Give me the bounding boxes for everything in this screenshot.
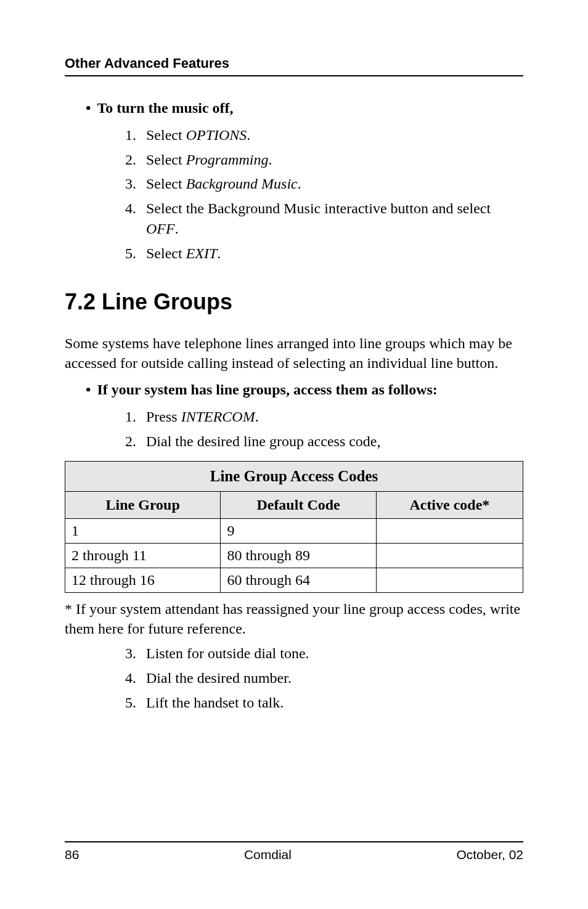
bullet-text: If your system has line groups, access t… [97, 381, 437, 398]
running-header: Other Advanced Features [65, 55, 523, 71]
col-header: Default Code [221, 491, 376, 518]
item-number: 1. [125, 407, 146, 428]
numbered-list-1: 1.Select OPTIONS. 2.Select Programming. … [125, 125, 523, 264]
intro-paragraph: Some systems have telephone lines arrang… [65, 333, 523, 373]
table-row: 2 through 11 80 through 89 [65, 543, 523, 568]
item-text: Dial the desired number. [146, 668, 523, 689]
header-rule [65, 75, 523, 76]
list-item: 5.Select EXIT. [125, 243, 523, 264]
table-row: 12 through 16 60 through 64 [65, 568, 523, 592]
footer-center: Comdial [244, 847, 292, 862]
table-title-row: Line Group Access Codes [65, 461, 523, 491]
item-text: Select Background Music. [146, 174, 523, 195]
page-number: 86 [65, 847, 79, 862]
cell: 12 through 16 [65, 568, 221, 592]
page-body: Other Advanced Features • To turn the mu… [0, 0, 588, 713]
item-number: 3. [125, 643, 146, 664]
list-item: 5.Lift the handset to talk. [125, 693, 523, 714]
item-number: 2. [125, 431, 146, 452]
numbered-list-2a: 1.Press INTERCOM. 2.Dial the desired lin… [125, 407, 523, 452]
item-text: Select the Background Music interactive … [146, 198, 523, 240]
item-number: 3. [125, 174, 146, 195]
bullet-block-1: • To turn the music off, 1.Select OPTION… [86, 100, 523, 264]
item-number: 4. [125, 198, 146, 240]
bullet-icon: • [86, 100, 91, 115]
list-item: 2.Select Programming. [125, 150, 523, 171]
list-item: 2.Dial the desired line group access cod… [125, 431, 523, 452]
item-number: 2. [125, 150, 146, 171]
col-header: Line Group [65, 491, 221, 518]
cell [376, 568, 523, 592]
item-text: Press INTERCOM. [146, 407, 523, 428]
numbered-list-2b: 3.Listen for outside dial tone. 4.Dial t… [125, 643, 523, 713]
bullet-icon: • [86, 382, 91, 397]
cell: 1 [65, 518, 221, 543]
item-text: Select EXIT. [146, 243, 523, 264]
bullet-text: To turn the music off, [97, 100, 233, 116]
cell [376, 518, 523, 543]
list-item: 3.Listen for outside dial tone. [125, 643, 523, 664]
bullet-block-2b: 3.Listen for outside dial tone. 4.Dial t… [86, 643, 523, 713]
item-text: Select Programming. [146, 150, 523, 171]
cell: 60 through 64 [221, 568, 376, 592]
item-text: Listen for outside dial tone. [146, 643, 523, 664]
list-item: 4.Dial the desired number. [125, 668, 523, 689]
bullet-heading-1: • To turn the music off, [86, 100, 523, 116]
page-footer: 86 Comdial October, 02 [65, 841, 523, 862]
item-number: 1. [125, 125, 146, 146]
list-item: 4.Select the Background Music interactiv… [125, 198, 523, 240]
cell: 9 [221, 518, 376, 543]
table-footnote: * If your system attendant has reassigne… [65, 599, 523, 639]
table-row: 1 9 [65, 518, 523, 543]
item-number: 5. [125, 243, 146, 264]
access-codes-table: Line Group Access Codes Line Group Defau… [65, 461, 523, 593]
bullet-heading-2: • If your system has line groups, access… [86, 381, 523, 398]
list-item: 1.Press INTERCOM. [125, 407, 523, 428]
cell: 2 through 11 [65, 543, 221, 568]
section-heading: 7.2 Line Groups [65, 289, 523, 315]
footer-date: October, 02 [456, 847, 523, 862]
item-text: Select OPTIONS. [146, 125, 523, 146]
list-item: 3.Select Background Music. [125, 174, 523, 195]
cell [376, 543, 523, 568]
item-text: Lift the handset to talk. [146, 693, 523, 714]
col-header: Active code* [376, 491, 523, 518]
item-text: Dial the desired line group access code, [146, 431, 523, 452]
item-number: 5. [125, 693, 146, 714]
bullet-block-2: • If your system has line groups, access… [86, 381, 523, 452]
footer-rule [65, 841, 523, 842]
table-title: Line Group Access Codes [65, 461, 523, 491]
list-item: 1.Select OPTIONS. [125, 125, 523, 146]
table-header-row: Line Group Default Code Active code* [65, 491, 523, 518]
footer-line: 86 Comdial October, 02 [65, 847, 523, 862]
item-number: 4. [125, 668, 146, 689]
cell: 80 through 89 [221, 543, 376, 568]
